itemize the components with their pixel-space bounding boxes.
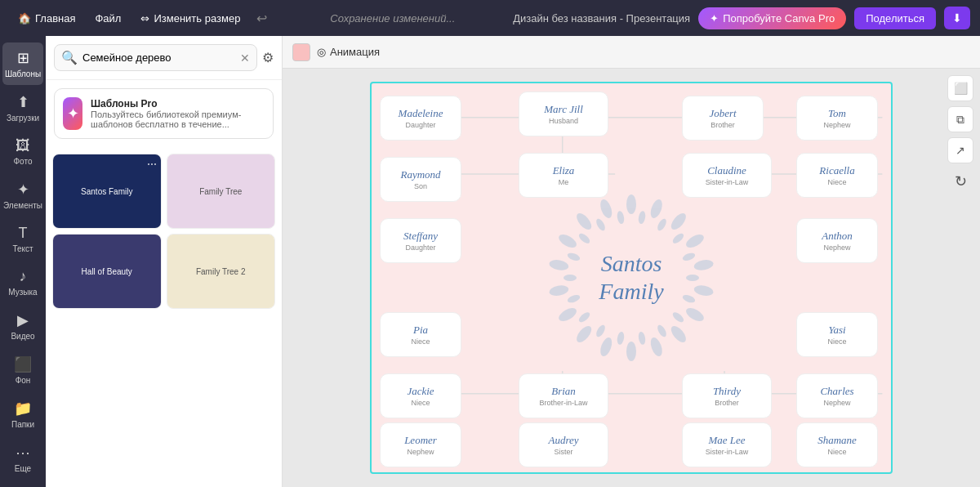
sidebar-item-video[interactable]: ▶Видео <box>2 305 43 347</box>
family-card-thirdy[interactable]: ThirdyBrother <box>682 373 772 418</box>
canvas-viewport[interactable]: ⬜ ⧉ ↗ ↻ <box>283 69 980 487</box>
canvas-toolbar: ◎ Анимация <box>283 36 980 69</box>
search-box[interactable]: 🔍 ✕ <box>54 44 257 71</box>
family-card-shamane[interactable]: ShamaneNiece <box>796 422 878 467</box>
svg-point-38 <box>567 293 581 304</box>
music-icon: ♪ <box>20 268 27 285</box>
promo-banner: ✦ Шаблоны Pro Пользуйтесь библиотекой пр… <box>54 88 274 139</box>
search-input[interactable] <box>82 51 235 64</box>
filter-button[interactable]: ⚙ <box>262 50 274 65</box>
canvas-area: ◎ Анимация ⬜ ⧉ ↗ ↻ <box>283 36 980 487</box>
frame-tool-button[interactable]: ⬜ <box>947 75 973 101</box>
svg-point-27 <box>656 217 668 232</box>
svg-point-24 <box>574 211 595 232</box>
svg-point-43 <box>617 211 626 225</box>
svg-point-30 <box>686 275 699 281</box>
uploads-icon: ⬆ <box>17 93 29 111</box>
family-card-marc-jill[interactable]: Marc JillHusband <box>519 92 608 136</box>
svg-point-14 <box>684 306 706 324</box>
template-options-icon[interactable]: ⋯ <box>147 159 157 170</box>
sidebar-item-text[interactable]: TТекст <box>2 218 43 260</box>
template-thumb[interactable]: Family Tree <box>167 154 276 229</box>
svg-point-16 <box>648 336 664 358</box>
main-layout: ⊞Шаблоны⬆Загрузки🖼Фото✦ЭлементыTТекст♪Му… <box>0 36 980 487</box>
export-tool-button[interactable]: ↗ <box>947 137 973 163</box>
family-card-pia[interactable]: PiaNiece <box>380 312 461 357</box>
family-card-brian[interactable]: BrianBrother-in-Law <box>519 373 608 418</box>
svg-point-17 <box>626 342 636 361</box>
search-icon: 🔍 <box>61 50 78 65</box>
svg-point-18 <box>598 336 613 358</box>
svg-point-31 <box>682 293 697 304</box>
home-icon: 🏠 <box>18 12 31 25</box>
svg-point-8 <box>626 194 636 214</box>
family-card-tom[interactable]: TomNephew <box>796 96 878 141</box>
sidebar-item-music[interactable]: ♪Музыка <box>2 261 43 303</box>
family-card-jobert[interactable]: JobertBrother <box>682 96 764 141</box>
family-card-ricaella[interactable]: RicaellaNiece <box>796 153 878 198</box>
family-card-charles[interactable]: CharlesNephew <box>796 373 878 418</box>
star-icon: ✦ <box>710 12 719 25</box>
animation-button[interactable]: ◎ Анимация <box>317 46 380 58</box>
family-card-madeleine[interactable]: MadeleineDaughter <box>380 96 461 141</box>
svg-point-42 <box>595 217 607 232</box>
animation-icon: ◎ <box>317 46 326 58</box>
template-thumb[interactable]: Santos Family⋯ <box>52 154 162 229</box>
family-card-steffany[interactable]: SteffanyDaughter <box>380 218 461 263</box>
svg-point-10 <box>669 211 689 232</box>
family-tree-canvas[interactable]: SantosFamily MadeleineDaughterMarc JillH… <box>370 82 893 474</box>
svg-point-19 <box>574 324 595 345</box>
download-button[interactable]: ⬇ <box>944 7 970 29</box>
svg-point-40 <box>567 252 581 262</box>
copy-tool-button[interactable]: ⧉ <box>947 106 973 132</box>
family-card-audrey[interactable]: AudreySister <box>519 422 608 467</box>
resize-button[interactable]: ⇔ Изменить размер <box>132 9 248 28</box>
file-button[interactable]: Файл <box>87 9 129 28</box>
sidebar-item-templates[interactable]: ⊞Шаблоны <box>2 42 43 85</box>
template-thumb[interactable]: Hall of Beauty <box>52 234 162 309</box>
family-card-yasi[interactable]: YasiNiece <box>796 312 878 357</box>
topnav-right: Дизайн без названия - Презентация ✦ Попр… <box>513 7 970 29</box>
share-button[interactable]: Поделиться <box>854 7 936 29</box>
sidebar-item-background[interactable]: ⬛Фон <box>2 349 43 391</box>
templates-grid: Santos Family⋯Family TreeHall of BeautyF… <box>46 147 282 487</box>
svg-point-25 <box>598 198 613 220</box>
svg-point-37 <box>577 311 591 324</box>
svg-point-41 <box>577 232 591 245</box>
svg-point-35 <box>617 331 626 345</box>
svg-point-33 <box>656 324 668 338</box>
family-card-raymond[interactable]: RaymondSon <box>380 157 461 202</box>
svg-point-28 <box>671 232 685 245</box>
sidebar-item-photos[interactable]: 🖼Фото <box>2 131 43 172</box>
home-button[interactable]: 🏠 Главная <box>10 9 83 28</box>
sidebar-item-more[interactable]: ⋯Еще <box>2 437 43 480</box>
svg-point-34 <box>638 331 647 345</box>
refresh-button[interactable]: ↻ <box>947 168 973 194</box>
template-thumb[interactable]: Family Tree 2 <box>167 234 276 309</box>
clear-search-icon[interactable]: ✕ <box>240 51 250 65</box>
svg-point-22 <box>549 258 570 271</box>
sidebar-item-folders[interactable]: 📁Папки <box>2 393 43 436</box>
family-card-mae-lee[interactable]: Mae LeeSister-in-Law <box>682 422 772 467</box>
svg-point-13 <box>693 284 715 297</box>
svg-point-9 <box>648 198 664 220</box>
folders-icon: 📁 <box>14 400 32 418</box>
canvas-tools: ⬜ ⧉ ↗ ↻ <box>947 75 973 194</box>
family-card-claudine[interactable]: ClaudineSister-in-Law <box>682 153 772 198</box>
family-card-leomer[interactable]: LeomerNephew <box>380 422 461 467</box>
undo-button[interactable]: ↩ <box>252 7 272 29</box>
sidebar-item-elements[interactable]: ✦Элементы <box>2 174 43 217</box>
panel-search: 🔍 ✕ ⚙ <box>46 36 282 80</box>
saving-indicator: Сохранение изменений... <box>275 12 510 25</box>
family-card-anthon[interactable]: AnthonNephew <box>796 218 878 263</box>
text-icon: T <box>19 225 28 242</box>
video-icon: ▶ <box>17 311 29 329</box>
left-sidebar: ⊞Шаблоны⬆Загрузки🖼Фото✦ЭлементыTТекст♪Му… <box>0 36 46 487</box>
family-card-eliza[interactable]: ElizaMe <box>519 153 608 198</box>
background-color-swatch[interactable] <box>292 43 310 61</box>
svg-point-32 <box>671 311 685 324</box>
family-card-jackie[interactable]: JackieNiece <box>380 373 461 418</box>
canva-pro-button[interactable]: ✦ Попробуйте Canva Pro <box>698 7 846 29</box>
elements-icon: ✦ <box>17 181 29 199</box>
sidebar-item-uploads[interactable]: ⬆Загрузки <box>2 87 43 129</box>
